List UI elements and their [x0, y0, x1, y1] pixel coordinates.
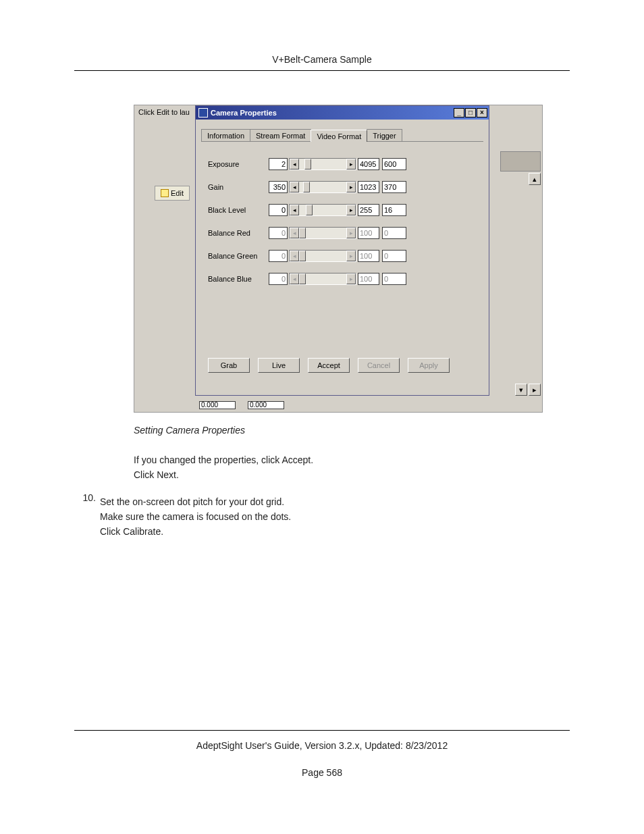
- slider: ◂▸: [289, 250, 356, 262]
- slider[interactable]: ◂▸: [289, 204, 356, 216]
- accept-button[interactable]: Accept: [308, 358, 350, 373]
- prop-label: Black Level: [208, 206, 269, 214]
- prop-label: Balance Red: [208, 229, 269, 237]
- max-value: 255: [358, 204, 379, 216]
- body-p1: If you changed the properties, click Acc…: [134, 454, 541, 465]
- status-field-2: 0.000: [248, 401, 284, 409]
- footer-line: AdeptSight User's Guide, Version 3.2.x, …: [74, 740, 570, 751]
- edit-label: Edit: [171, 189, 184, 197]
- max-value: 1023: [358, 181, 379, 193]
- prop-row-balance-red: Balance Red0◂▸1000: [208, 226, 479, 240]
- body-p2: Click Next.: [134, 469, 541, 480]
- max-value: 100: [358, 250, 379, 262]
- titlebar[interactable]: Camera Properties _ □ ×: [196, 106, 489, 120]
- prop-label: Balance Blue: [208, 275, 269, 283]
- min-value: 350: [269, 181, 288, 193]
- step-p3: Click Calibrate.: [100, 526, 570, 537]
- prop-label: Exposure: [208, 160, 269, 168]
- edit-icon: [161, 189, 169, 197]
- slider-thumb[interactable]: [306, 205, 313, 215]
- scroll-down-icon[interactable]: ▾: [515, 384, 527, 396]
- hint-text: Click Edit to lau: [138, 108, 190, 116]
- value-input[interactable]: 600: [382, 158, 406, 170]
- slider-right-icon: ▸: [346, 228, 356, 238]
- slider-right-icon[interactable]: ▸: [346, 182, 356, 192]
- grab-button[interactable]: Grab: [208, 358, 250, 373]
- edit-button[interactable]: Edit: [155, 186, 190, 201]
- slider-left-icon: ◂: [290, 251, 299, 261]
- live-button[interactable]: Live: [258, 358, 300, 373]
- max-value: 100: [358, 273, 379, 285]
- tabs: InformationStream FormatVideo FormatTrig…: [201, 129, 483, 141]
- footer-page: Page 568: [74, 767, 570, 778]
- window-title: Camera Properties: [211, 109, 451, 117]
- slider-right-icon[interactable]: ▸: [346, 205, 356, 215]
- max-value: 4095: [358, 158, 379, 170]
- max-value: 100: [358, 227, 379, 239]
- prop-row-balance-blue: Balance Blue0◂▸1000: [208, 271, 479, 286]
- prop-row-balance-green: Balance Green0◂▸1000: [208, 249, 479, 263]
- scroll-up-icon[interactable]: ▴: [529, 173, 541, 185]
- slider-right-icon: ▸: [346, 251, 356, 261]
- slider: ◂▸: [289, 227, 356, 239]
- tab-information[interactable]: Information: [201, 129, 250, 141]
- slider-thumb: [299, 251, 306, 261]
- slider-right-icon: ▸: [346, 273, 356, 284]
- minimize-button[interactable]: _: [454, 108, 464, 118]
- app-icon: [198, 108, 208, 118]
- value-input: 0: [382, 273, 406, 285]
- step-p2: Make sure the camera is focused on the d…: [100, 511, 570, 522]
- status-fields: 0.000 0.000: [199, 401, 284, 411]
- slider: ◂▸: [289, 273, 356, 285]
- value-input[interactable]: 370: [382, 181, 406, 193]
- outer-scrollbar[interactable]: ▴ ▾ ▸: [516, 173, 541, 396]
- cancel-button: Cancel: [358, 358, 400, 373]
- footer-rule: [74, 730, 570, 731]
- slider-left-icon: ◂: [290, 228, 299, 238]
- screenshot: Click Edit to lau Edit Camera Properties…: [134, 105, 543, 413]
- header-rule: [74, 70, 570, 71]
- tab-trigger[interactable]: Trigger: [367, 129, 402, 141]
- step-p1: Set the on-screen dot pitch for your dot…: [100, 496, 570, 507]
- slider-left-icon[interactable]: ◂: [290, 159, 299, 170]
- slider-thumb[interactable]: [303, 182, 310, 192]
- prop-row-gain: Gain350◂▸1023370: [208, 180, 479, 194]
- slider[interactable]: ◂▸: [289, 158, 356, 170]
- step-number: 10.: [74, 492, 96, 503]
- apply-button: Apply: [408, 358, 450, 373]
- slider-right-icon[interactable]: ▸: [346, 159, 356, 170]
- maximize-button[interactable]: □: [465, 108, 476, 118]
- slider-thumb: [299, 228, 306, 238]
- min-value: 0: [269, 227, 288, 239]
- slider-left-icon: ◂: [290, 273, 299, 284]
- page-header-title: V+Belt-Camera Sample: [74, 54, 570, 65]
- value-input: 0: [382, 250, 406, 262]
- background-panel: [500, 151, 541, 172]
- close-button[interactable]: ×: [477, 108, 487, 118]
- slider-thumb[interactable]: [304, 159, 311, 170]
- prop-row-exposure: Exposure2◂▸4095600: [208, 157, 479, 172]
- min-value: 0: [269, 204, 288, 216]
- prop-label: Balance Green: [208, 252, 269, 260]
- slider-thumb: [299, 273, 306, 284]
- scroll-right-icon[interactable]: ▸: [529, 384, 541, 396]
- min-value: 2: [269, 158, 288, 170]
- min-value: 0: [269, 250, 288, 262]
- slider-left-icon[interactable]: ◂: [290, 182, 299, 192]
- tab-panel-video-format: Exposure2◂▸4095600Gain350◂▸1023370Black …: [201, 141, 483, 374]
- figure-caption: Setting Camera Properties: [134, 425, 541, 436]
- value-input[interactable]: 16: [382, 204, 406, 216]
- prop-label: Gain: [208, 183, 269, 191]
- camera-properties-window: Camera Properties _ □ × InformationStrea…: [195, 105, 489, 396]
- dialog-buttons: GrabLiveAcceptCancelApply: [208, 358, 479, 373]
- tab-stream-format[interactable]: Stream Format: [250, 129, 311, 141]
- value-input: 0: [382, 227, 406, 239]
- tab-video-format[interactable]: Video Format: [311, 130, 367, 142]
- slider-left-icon[interactable]: ◂: [290, 205, 299, 215]
- status-field-1: 0.000: [199, 401, 236, 409]
- slider[interactable]: ◂▸: [289, 181, 356, 193]
- min-value: 0: [269, 273, 288, 285]
- prop-row-black-level: Black Level0◂▸25516: [208, 203, 479, 217]
